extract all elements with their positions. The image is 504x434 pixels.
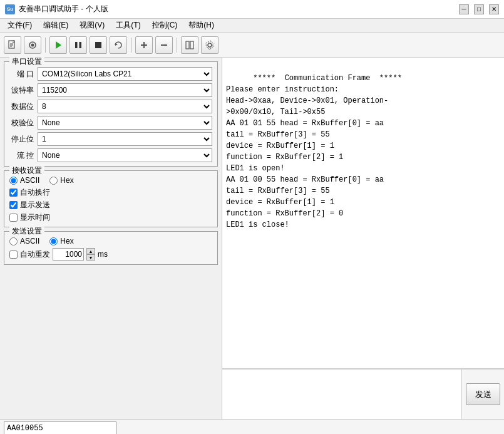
auto-resend-label: 自动重发 bbox=[20, 249, 50, 260]
send-format-group: ASCII Hex bbox=[9, 237, 212, 245]
menu-bar: 文件(F) 编辑(E) 视图(V) 工具(T) 控制(C) 帮助(H) bbox=[0, 19, 504, 33]
parity-row: 校验位 None bbox=[9, 116, 212, 130]
receive-settings-title: 接收设置 bbox=[9, 165, 44, 176]
recv-ascii-label: ASCII bbox=[20, 176, 39, 185]
flow-label: 流 控 bbox=[9, 150, 38, 161]
auto-newline-check-label[interactable]: 自动换行 bbox=[9, 187, 212, 198]
send-btn-area: 发送 bbox=[461, 369, 504, 419]
menu-file[interactable]: 文件(F) bbox=[3, 19, 37, 32]
auto-resend-check-label[interactable]: 自动重发 bbox=[9, 249, 50, 260]
logo-text: Su bbox=[7, 6, 13, 12]
show-send-checkbox[interactable] bbox=[9, 201, 18, 209]
title-bar-left: Su 友善串口调试助手 - 个人版 bbox=[5, 4, 108, 14]
show-send-check-label[interactable]: 显示发送 bbox=[9, 200, 212, 210]
databits-select[interactable]: 8 bbox=[38, 100, 212, 113]
interval-spinner[interactable]: ▲ ▼ bbox=[86, 248, 95, 261]
toolbar-sep1 bbox=[45, 38, 46, 53]
menu-view[interactable]: 视图(V) bbox=[75, 19, 110, 32]
svg-rect-8 bbox=[80, 42, 82, 48]
baud-select[interactable]: 115200 bbox=[38, 83, 212, 97]
menu-control[interactable]: 控制(C) bbox=[147, 19, 183, 32]
toolbar-sep2 bbox=[131, 38, 131, 53]
svg-rect-15 bbox=[190, 41, 193, 49]
app-logo: Su bbox=[5, 4, 15, 14]
databits-row: 数据位 8 bbox=[9, 100, 212, 113]
flow-select[interactable]: None bbox=[38, 148, 212, 162]
port-row: 端 口 COM12(Silicon Labs CP21 bbox=[9, 67, 212, 81]
svg-rect-14 bbox=[186, 41, 189, 49]
auto-resend-checkbox[interactable] bbox=[9, 251, 18, 259]
toolbar-stop-button[interactable] bbox=[90, 36, 107, 54]
toolbar-layout-button[interactable] bbox=[181, 36, 198, 54]
toolbar-refresh-button[interactable] bbox=[110, 36, 127, 54]
serial-settings-title: 串口设置 bbox=[9, 56, 44, 67]
databits-label: 数据位 bbox=[9, 101, 38, 112]
svg-marker-10 bbox=[115, 43, 118, 46]
svg-point-5 bbox=[31, 43, 34, 46]
toolbar-add-button[interactable] bbox=[135, 36, 153, 54]
send-ascii-radio-label[interactable]: ASCII bbox=[9, 237, 39, 245]
toolbar-new-button[interactable] bbox=[4, 36, 21, 54]
minimize-button[interactable]: ─ bbox=[459, 4, 469, 14]
flow-row: 流 控 None bbox=[9, 148, 212, 162]
send-hex-radio[interactable] bbox=[49, 237, 58, 245]
maximize-button[interactable]: □ bbox=[474, 4, 484, 14]
interval-input[interactable] bbox=[53, 248, 84, 261]
show-time-checkbox[interactable] bbox=[9, 214, 18, 222]
send-area: 发送 bbox=[222, 369, 504, 419]
recv-ascii-radio[interactable] bbox=[9, 177, 18, 185]
auto-newline-label: 自动换行 bbox=[20, 187, 50, 198]
svg-rect-9 bbox=[95, 42, 101, 48]
show-time-check-label[interactable]: 显示时间 bbox=[9, 212, 212, 223]
menu-edit[interactable]: 编辑(E) bbox=[38, 19, 73, 32]
output-text: ***** Communication Frame ***** Please e… bbox=[226, 74, 402, 229]
send-hex-radio-label[interactable]: Hex bbox=[49, 237, 73, 245]
toolbar-pause-button[interactable] bbox=[69, 36, 87, 54]
toolbar-settings-button[interactable] bbox=[201, 36, 219, 54]
auto-resend-row: 自动重发 ▲ ▼ ms bbox=[9, 248, 212, 261]
port-label: 端 口 bbox=[9, 69, 38, 80]
toolbar-sep3 bbox=[177, 38, 177, 53]
stopbits-select[interactable]: 1 bbox=[38, 132, 212, 146]
port-select[interactable]: COM12(Silicon Labs CP21 bbox=[38, 67, 212, 81]
menu-tools[interactable]: 工具(T) bbox=[111, 19, 145, 32]
receive-settings-group: 接收设置 ASCII Hex 自动换行 显示发送 bbox=[4, 170, 218, 227]
send-ascii-radio[interactable] bbox=[9, 237, 18, 245]
toolbar bbox=[0, 33, 504, 58]
parity-label: 校验位 bbox=[9, 118, 38, 128]
interval-down-button[interactable]: ▼ bbox=[86, 254, 95, 261]
title-bar: Su 友善串口调试助手 - 个人版 ─ □ ✕ bbox=[0, 0, 504, 19]
output-area: ***** Communication Frame ***** Please e… bbox=[222, 58, 504, 369]
serial-settings-group: 串口设置 端 口 COM12(Silicon Labs CP21 波特率 115… bbox=[4, 61, 218, 167]
toolbar-record-button[interactable] bbox=[24, 36, 41, 54]
ms-label: ms bbox=[98, 250, 108, 259]
baud-label: 波特率 bbox=[9, 85, 38, 96]
stopbits-label: 停止位 bbox=[9, 134, 38, 145]
parity-select[interactable]: None bbox=[38, 116, 212, 130]
stopbits-row: 停止位 1 bbox=[9, 132, 212, 146]
recv-format-group: ASCII Hex bbox=[9, 176, 212, 185]
left-panel: 串口设置 端 口 COM12(Silicon Labs CP21 波特率 115… bbox=[0, 58, 222, 419]
recv-hex-label: Hex bbox=[60, 176, 73, 185]
send-textarea[interactable] bbox=[222, 369, 461, 419]
app-title: 友善串口调试助手 - 个人版 bbox=[19, 4, 108, 14]
send-button[interactable]: 发送 bbox=[466, 383, 500, 405]
main-content: 串口设置 端 口 COM12(Silicon Labs CP21 波特率 115… bbox=[0, 58, 504, 419]
menu-help[interactable]: 帮助(H) bbox=[183, 19, 219, 32]
recv-ascii-radio-label[interactable]: ASCII bbox=[9, 176, 39, 185]
close-button[interactable]: ✕ bbox=[489, 4, 499, 14]
input-bar bbox=[0, 419, 504, 434]
toolbar-remove-button[interactable] bbox=[155, 36, 173, 54]
send-settings-title: 发送设置 bbox=[9, 226, 44, 237]
send-input[interactable] bbox=[4, 421, 116, 435]
send-hex-label: Hex bbox=[60, 237, 73, 245]
interval-up-button[interactable]: ▲ bbox=[86, 248, 95, 254]
toolbar-play-button[interactable] bbox=[49, 36, 67, 54]
show-send-label: 显示发送 bbox=[20, 200, 50, 210]
recv-hex-radio[interactable] bbox=[49, 177, 58, 185]
recv-hex-radio-label[interactable]: Hex bbox=[49, 176, 73, 185]
svg-marker-6 bbox=[56, 41, 61, 49]
send-ascii-label: ASCII bbox=[20, 237, 39, 245]
right-panel: ***** Communication Frame ***** Please e… bbox=[222, 58, 504, 419]
auto-newline-checkbox[interactable] bbox=[9, 189, 18, 197]
